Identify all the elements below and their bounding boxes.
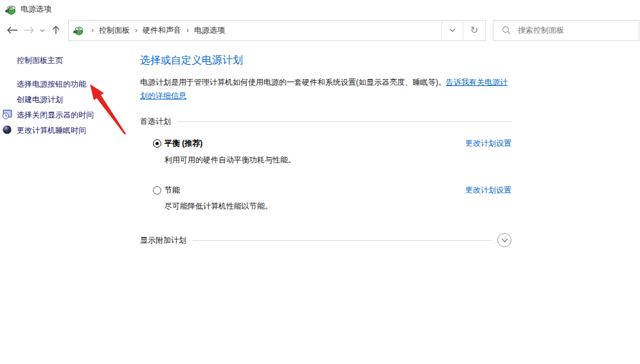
- expand-additional-plans-button[interactable]: [497, 233, 511, 247]
- sidebar-item-label: 创建电源计划: [0, 94, 63, 105]
- breadcrumb: › 控制面板 › 硬件和声音 › 电源选项: [69, 21, 441, 40]
- up-button[interactable]: [48, 22, 64, 39]
- sidebar-item-label: 更改计算机睡眠时间: [0, 125, 86, 136]
- breadcrumb-separator: ›: [130, 26, 143, 35]
- main-content: 选择或自定义电源计划 电源计划是用于管理计算机如何使用电源的一套硬件和系统设置(…: [140, 54, 511, 247]
- refresh-button[interactable]: ↻: [463, 21, 485, 40]
- plan-name[interactable]: 平衡 (推荐): [164, 138, 202, 149]
- power-options-icon: [73, 25, 84, 35]
- chevron-down-icon: [501, 238, 508, 243]
- title-bar: 电源选项: [0, 0, 640, 18]
- plan-name[interactable]: 节能: [164, 185, 180, 196]
- sidebar-item-label: 选择电源按钮的功能: [0, 79, 86, 90]
- sidebar-item-change-sleep-time[interactable]: 更改计算机睡眠时间: [0, 124, 136, 137]
- breadcrumb-separator: ›: [181, 26, 194, 35]
- search-input[interactable]: [511, 26, 620, 35]
- forward-button[interactable]: [21, 22, 37, 39]
- divider: [177, 121, 511, 122]
- plan-row-power-saver: 节能 更改计划设置: [140, 185, 511, 196]
- window-title: 电源选项: [21, 4, 51, 15]
- breadcrumb-power-options[interactable]: 电源选项: [194, 25, 225, 36]
- back-button[interactable]: [4, 22, 21, 39]
- change-plan-settings-link[interactable]: 更改计划设置: [465, 138, 511, 149]
- change-plan-settings-link[interactable]: 更改计划设置: [465, 185, 511, 196]
- show-additional-plans-section: 显示附加计划: [140, 233, 511, 247]
- display-clock-icon: [2, 109, 12, 119]
- refresh-icon: ↻: [470, 24, 479, 36]
- chevron-down-icon: [40, 29, 45, 32]
- chevron-down-icon: [449, 28, 456, 32]
- intro-paragraph: 电源计划是用于管理计算机如何使用电源的一套硬件和系统设置(如显示器亮度、睡眠等)…: [140, 76, 511, 103]
- back-arrow-icon: [6, 26, 18, 34]
- search-icon: [502, 26, 511, 35]
- preferred-plans-section-header: 首选计划: [140, 116, 511, 127]
- sleep-sphere-icon: [2, 125, 12, 135]
- plan-row-balanced: 平衡 (推荐) 更改计划设置: [140, 138, 511, 149]
- sidebar-item-choose-power-buttons[interactable]: 选择电源按钮的功能: [0, 78, 136, 91]
- recent-pages-dropdown[interactable]: [37, 22, 48, 39]
- page-title: 选择或自定义电源计划: [140, 54, 511, 67]
- forward-arrow-icon: [23, 26, 35, 34]
- sidebar-item-control-panel-home[interactable]: 控制面板主页: [0, 54, 136, 67]
- breadcrumb-hardware-sound[interactable]: 硬件和声音: [143, 25, 181, 36]
- search-box[interactable]: [493, 20, 639, 41]
- address-dropdown-button[interactable]: [442, 21, 463, 40]
- divider: [193, 240, 492, 241]
- power-options-window: 电源选项: [0, 0, 640, 364]
- plan-description: 利用可用的硬件自动平衡功耗与性能。: [164, 155, 511, 166]
- sidebar-item-create-power-plan[interactable]: 创建电源计划: [0, 93, 136, 106]
- navigation-bar: › 控制面板 › 硬件和声音 › 电源选项 ↻: [0, 19, 640, 41]
- show-additional-plans-label: 显示附加计划: [140, 235, 186, 246]
- intro-text: 电源计划是用于管理计算机如何使用电源的一套硬件和系统设置(如显示器亮度、睡眠等)…: [140, 78, 446, 87]
- up-arrow-icon: [52, 26, 60, 35]
- sidebar-item-label: 选择关闭显示器的时间: [0, 110, 94, 121]
- breadcrumb-control-panel[interactable]: 控制面板: [99, 25, 130, 36]
- power-options-icon: [5, 4, 16, 15]
- breadcrumb-separator: ›: [86, 26, 99, 35]
- plan-description: 尽可能降低计算机性能以节能。: [164, 201, 511, 212]
- radio-balanced[interactable]: [153, 139, 161, 148]
- address-bar[interactable]: › 控制面板 › 硬件和声音 › 电源选项 ↻: [68, 20, 486, 41]
- sidebar-item-label: 控制面板主页: [0, 55, 63, 66]
- section-title: 首选计划: [140, 116, 171, 127]
- radio-power-saver[interactable]: [153, 186, 161, 195]
- sidebar-item-choose-display-off-time[interactable]: 选择关闭显示器的时间: [0, 108, 136, 121]
